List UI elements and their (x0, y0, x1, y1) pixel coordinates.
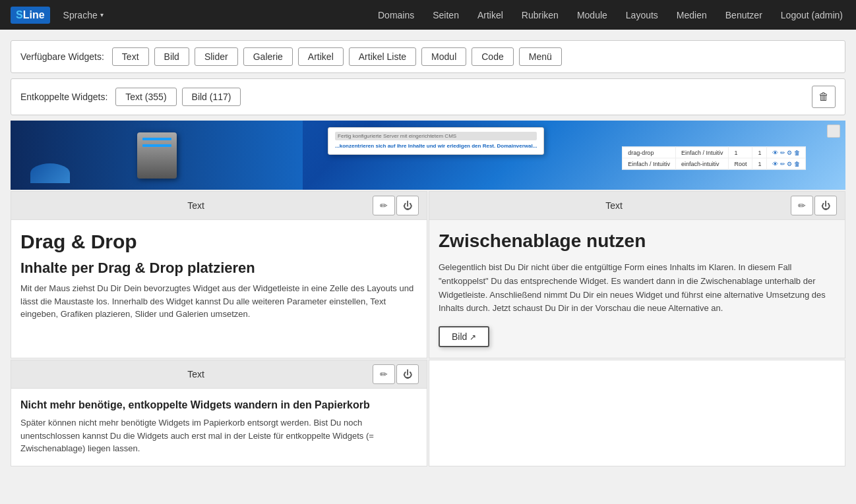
banner-white-box (827, 125, 840, 138)
bottom-left-power-btn[interactable]: ⏻ (396, 364, 419, 384)
nav-benutzer[interactable]: Benutzer (723, 10, 765, 20)
widgets-bar: Verfügbare Widgets: Text Bild Slider Gal… (11, 40, 845, 73)
pencil-icon: ✏ (380, 200, 388, 211)
bild-drag-widget[interactable]: Bild ↗ (439, 326, 489, 347)
bottom-row: Text ✏ ⏻ Nicht mehr benötige, entkoppelt… (11, 360, 845, 466)
bild-label: Bild (452, 331, 467, 342)
nav-layouts[interactable]: Layouts (623, 10, 661, 20)
power-icon: ⏻ (821, 200, 830, 211)
widgets-bar-label: Verfügbare Widgets: (20, 51, 104, 62)
nav-medien[interactable]: Medien (674, 10, 710, 20)
cms-body-text: ...konzentrieren sich auf Ihre Inhalte u… (335, 143, 537, 149)
nav-seiten[interactable]: Seiten (430, 10, 462, 20)
nav-artikel[interactable]: Artikel (475, 10, 506, 20)
bottom-right-cell (429, 360, 845, 466)
logo: SLine (11, 7, 50, 24)
btn-widget-galerie[interactable]: Galerie (243, 47, 293, 66)
entkoppelte-label: Entkoppelte Widgets: (20, 92, 107, 102)
left-cell-actions: ✏ ⏻ (373, 196, 419, 215)
cms-toolbar-label: Fertig konfigurierte Server mit eingeric… (338, 133, 456, 139)
bottom-left-title: Text (19, 369, 373, 379)
zwischenablage-body: Gelegentlich bist Du Dir nicht über die … (439, 261, 836, 316)
layout-grid: Text ✏ ⏻ Drag & Drop Inhalte per Drag & … (11, 191, 845, 358)
banner-right: Fertig konfigurierte Server mit eingeric… (303, 121, 845, 190)
bottom-left-body: Nicht mehr benötige, entkoppelte Widgets… (11, 389, 427, 466)
left-heading2: Inhalte per Drag & Drop platzieren (20, 260, 417, 277)
btn-widget-bild[interactable]: Bild (154, 47, 189, 66)
power-icon: ⏻ (403, 369, 412, 379)
left-text-cell: Text ✏ ⏻ Drag & Drop Inhalte per Drag & … (11, 191, 427, 358)
pencil-icon: ✏ (798, 200, 806, 211)
banner-table: drag-drop Einfach / Intuitiv 1 1 👁 ✏ ⚙ 🗑… (622, 146, 806, 169)
btn-widget-artikel[interactable]: Artikel (298, 47, 344, 66)
cms-toolbar: Fertig konfigurierte Server mit eingeric… (335, 132, 537, 140)
nav-rubriken[interactable]: Rubriken (519, 10, 561, 20)
left-heading1: Drag & Drop (20, 231, 417, 253)
sprache-dropdown[interactable]: Sprache (63, 10, 104, 20)
server-image (137, 132, 177, 179)
btn-enk-bild[interactable]: Bild (117) (182, 88, 241, 106)
trash-button[interactable]: 🗑 (812, 86, 836, 108)
right-cell-actions: ✏ ⏻ (791, 196, 837, 215)
btn-widget-modul[interactable]: Modul (421, 47, 466, 66)
main-content: Verfügbare Widgets: Text Bild Slider Gal… (0, 30, 856, 477)
bottom-heading: Nicht mehr benötige, entkoppelte Widgets… (20, 399, 417, 411)
power-icon: ⏻ (403, 200, 412, 211)
pencil-icon: ✏ (380, 369, 388, 379)
right-text-cell: Text ✏ ⏻ Zwischenablage nutzen Gelegentl… (429, 191, 845, 358)
banner-left (11, 121, 303, 190)
nav-module[interactable]: Module (574, 10, 610, 20)
nav-logout[interactable]: Logout (admin) (778, 10, 845, 20)
btn-widget-slider[interactable]: Slider (195, 47, 238, 66)
left-cell-header: Text ✏ ⏻ (11, 192, 427, 220)
entkoppelte-bar: Entkoppelte Widgets: Text (355) Bild (11… (11, 78, 845, 115)
right-cell-power-btn[interactable]: ⏻ (814, 196, 837, 215)
left-cell-title: Text (19, 200, 373, 211)
bottom-body: Später können nicht mehr benötigte Widge… (20, 416, 417, 455)
right-cell-body: Zwischenablage nutzen Gelegentlich bist … (429, 220, 845, 358)
banner-area: Fertig konfigurierte Server mit eingeric… (11, 121, 845, 190)
right-cell-edit-btn[interactable]: ✏ (791, 196, 813, 215)
btn-enk-text[interactable]: Text (355) (115, 88, 176, 106)
bottom-left-cell: Text ✏ ⏻ Nicht mehr benötige, entkoppelt… (11, 360, 427, 466)
btn-widget-text[interactable]: Text (112, 47, 149, 66)
btn-widget-menu[interactable]: Menü (519, 47, 562, 66)
bottom-left-actions: ✏ ⏻ (373, 364, 419, 384)
bottom-left-edit-btn[interactable]: ✏ (373, 364, 395, 384)
left-cell-edit-btn[interactable]: ✏ (373, 196, 395, 215)
cursor-indicator: ↗ (470, 333, 476, 342)
navbar: SLine Sprache Domains Seiten Artikel Rub… (0, 0, 856, 30)
cms-card: Fertig konfigurierte Server mit eingeric… (328, 127, 544, 155)
right-cell-title: Text (437, 200, 791, 211)
left-cell-power-btn[interactable]: ⏻ (396, 196, 419, 215)
left-body-text: Mit der Maus ziehst Du Dir Dein bevorzug… (20, 282, 417, 321)
btn-widget-code[interactable]: Code (472, 47, 513, 66)
logo-s: S (16, 9, 23, 20)
zwischenablage-heading: Zwischenablage nutzen (439, 231, 836, 252)
right-cell-header: Text ✏ ⏻ (429, 192, 845, 220)
bottom-left-header: Text ✏ ⏻ (11, 360, 427, 389)
left-cell-body: Drag & Drop Inhalte per Drag & Drop plat… (11, 220, 427, 331)
btn-widget-artikel-liste[interactable]: Artikel Liste (349, 47, 416, 66)
nav-domains[interactable]: Domains (375, 10, 417, 20)
trash-icon: 🗑 (818, 91, 829, 103)
